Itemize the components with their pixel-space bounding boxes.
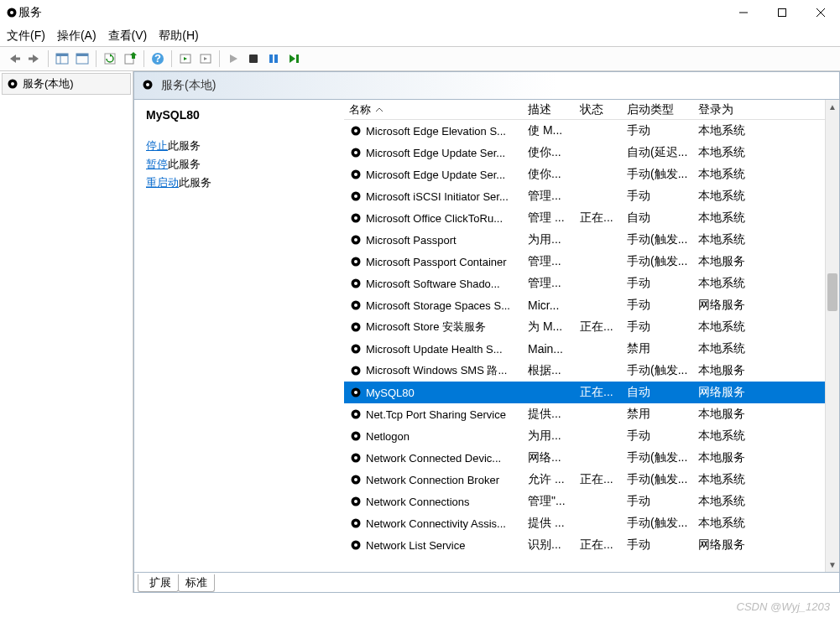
gear-icon <box>349 364 363 377</box>
cell-name: Microsoft Update Health S... <box>344 342 523 356</box>
tree-item-label: 服务(本地) <box>23 76 74 91</box>
scroll-up-icon[interactable]: ▲ <box>826 100 840 114</box>
service-row[interactable]: Network Connected Devic...网络...手动(触发...本… <box>344 447 839 469</box>
gear-icon <box>349 386 363 399</box>
tab-standard[interactable]: 标准 <box>178 574 215 592</box>
cell-name: Netlogon <box>344 429 523 443</box>
gear-icon <box>141 78 156 93</box>
service-action-line: 停止此服务 <box>146 138 332 153</box>
cell-startup: 手动(触发... <box>622 232 693 247</box>
scroll-track[interactable] <box>826 114 839 558</box>
menu-view[interactable]: 查看(V) <box>108 29 148 44</box>
svg-rect-19 <box>249 55 258 63</box>
sidebar: 服务(本地) <box>0 71 133 593</box>
service-row[interactable]: Microsoft Passport为用...手动(触发...本地系统 <box>344 229 839 251</box>
cell-name: Network List Service <box>344 538 523 552</box>
export-list-button[interactable] <box>73 49 91 68</box>
close-button[interactable] <box>801 0 840 25</box>
cell-startup: 手动(触发... <box>622 516 693 531</box>
col-startup[interactable]: 启动类型 <box>622 100 693 119</box>
cell-startup: 手动 <box>622 428 693 444</box>
service-row[interactable]: Netlogon为用...手动本地系统 <box>344 425 839 447</box>
gear-icon <box>349 277 363 290</box>
cell-desc: 提供 ... <box>523 516 575 531</box>
maximize-button[interactable] <box>763 0 801 25</box>
cell-logon: 本地服务 <box>693 450 755 465</box>
col-logon[interactable]: 登录为 <box>693 100 755 119</box>
vertical-scrollbar[interactable]: ▲ ▼ <box>825 100 839 572</box>
gear-icon <box>349 473 363 486</box>
svg-rect-12 <box>76 54 88 56</box>
cell-logon: 本地服务 <box>693 363 755 378</box>
tool-a-button[interactable] <box>176 49 195 68</box>
scroll-down-icon[interactable]: ▼ <box>826 558 840 572</box>
cell-startup: 手动 <box>622 494 693 509</box>
col-status[interactable]: 状态 <box>575 100 622 119</box>
restart-service-button[interactable] <box>284 49 303 68</box>
service-row[interactable]: Microsoft Windows SMS 路...根据...手动(触发...本… <box>344 360 839 382</box>
gear-icon <box>349 538 363 552</box>
cell-name: Microsoft Edge Update Ser... <box>344 146 523 159</box>
back-button[interactable] <box>5 49 23 68</box>
cell-name: Microsoft iSCSI Initiator Ser... <box>344 190 523 203</box>
cell-desc: 为用... <box>523 232 575 247</box>
cell-desc: 管理"... <box>523 494 575 509</box>
service-row[interactable]: Microsoft iSCSI Initiator Ser...管理...手动本… <box>344 185 839 207</box>
minimize-button[interactable] <box>724 0 763 25</box>
service-row[interactable]: Microsoft Store 安装服务为 M...正在...手动本地系统 <box>344 316 839 338</box>
forward-button[interactable] <box>25 49 44 68</box>
cell-name: Microsoft Office ClickToRu... <box>344 211 523 225</box>
service-action-link[interactable]: 重启动 <box>146 176 179 189</box>
service-row[interactable]: Microsoft Update Health S...Main...禁用本地系… <box>344 338 839 360</box>
service-row[interactable]: MySQL80正在...自动网络服务 <box>344 382 839 403</box>
svg-rect-3 <box>779 9 786 17</box>
menu-help[interactable]: 帮助(H) <box>159 29 198 44</box>
cell-startup: 自动(延迟... <box>622 145 693 160</box>
menu-action[interactable]: 操作(A) <box>57 29 97 44</box>
col-desc[interactable]: 描述 <box>523 100 575 119</box>
tab-extended[interactable]: 扩展 <box>138 574 179 592</box>
service-row[interactable]: Microsoft Office ClickToRu...管理 ...正在...… <box>344 207 839 229</box>
service-row[interactable]: Network Connections管理"...手动本地系统 <box>344 491 839 512</box>
show-hide-tree-button[interactable] <box>53 49 71 68</box>
service-row[interactable]: Microsoft Edge Elevation S...使 M...手动本地系… <box>344 120 839 142</box>
cell-logon: 本地服务 <box>693 254 755 269</box>
svg-rect-22 <box>296 55 299 63</box>
service-row[interactable]: Network Connectivity Assis...提供 ...手动(触发… <box>344 512 839 534</box>
help-button[interactable]: ? <box>149 49 167 68</box>
scroll-thumb[interactable] <box>827 273 837 311</box>
tree-item-services-local[interactable]: 服务(本地) <box>2 73 131 95</box>
service-action-link[interactable]: 停止 <box>146 139 168 152</box>
refresh-button[interactable] <box>101 49 119 68</box>
service-row[interactable]: Microsoft Passport Container管理...手动(触发..… <box>344 251 839 273</box>
cell-logon: 网络服务 <box>693 385 755 400</box>
cell-startup: 手动(触发... <box>622 167 693 182</box>
content-header-label: 服务(本地) <box>161 78 216 93</box>
cell-logon: 网络服务 <box>693 538 755 553</box>
window-title: 服务 <box>18 5 724 20</box>
service-row[interactable]: Microsoft Edge Update Ser...使你...手动(触发..… <box>344 164 839 185</box>
cell-desc: 管理 ... <box>523 210 575 226</box>
tool-b-button[interactable] <box>196 49 215 68</box>
cell-name: Microsoft Software Shado... <box>344 277 523 290</box>
service-row[interactable]: Microsoft Edge Update Ser...使你...自动(延迟..… <box>344 142 839 164</box>
svg-rect-20 <box>269 55 273 63</box>
start-service-button[interactable] <box>224 49 243 68</box>
tab-strip: 扩展 标准 <box>133 573 840 593</box>
service-row[interactable]: Network Connection Broker允许 ...正在...手动(触… <box>344 469 839 491</box>
gear-icon <box>349 233 363 247</box>
service-action-suffix: 此服务 <box>168 139 201 152</box>
service-row[interactable]: Network List Service识别...正在...手动网络服务 <box>344 534 839 556</box>
service-action-link[interactable]: 暂停 <box>146 158 168 170</box>
col-name[interactable]: 名称 <box>344 100 523 119</box>
cell-logon: 本地系统 <box>693 210 755 226</box>
service-row[interactable]: Microsoft Software Shado...管理...手动本地系统 <box>344 273 839 294</box>
export-button[interactable] <box>121 49 139 68</box>
service-row[interactable]: Net.Tcp Port Sharing Service提供...禁用本地服务 <box>344 403 839 425</box>
cell-name: Microsoft Storage Spaces S... <box>344 299 523 312</box>
cell-desc: 识别... <box>523 538 575 553</box>
stop-service-button[interactable] <box>244 49 263 68</box>
pause-service-button[interactable] <box>264 49 283 68</box>
menu-file[interactable]: 文件(F) <box>7 29 45 44</box>
service-row[interactable]: Microsoft Storage Spaces S...Micr...手动网络… <box>344 294 839 316</box>
